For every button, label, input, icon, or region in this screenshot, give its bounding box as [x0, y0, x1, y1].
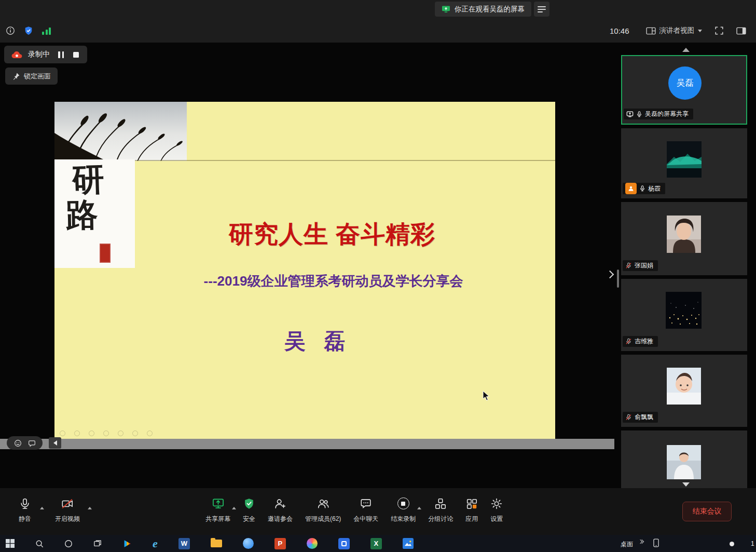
- phone-link-icon[interactable]: [653, 538, 659, 547]
- start-video-button[interactable]: 开启视频: [49, 488, 86, 523]
- screenshot-tool-icon[interactable]: [403, 538, 414, 549]
- watching-banner-pill: 你正在观看吴磊的屏幕: [435, 2, 531, 17]
- mic-on-icon: [639, 185, 645, 192]
- banner-menu-button[interactable]: [534, 2, 549, 17]
- mic-muted-icon: [625, 338, 632, 345]
- share-screen-button[interactable]: 共享屏幕: [205, 488, 230, 523]
- mute-button[interactable]: 静音: [11, 488, 38, 523]
- meeting-chat-button[interactable]: 会中聊天: [353, 488, 378, 523]
- participant-name: 杨霞: [648, 184, 661, 193]
- sidebar-collapse-chevron[interactable]: [606, 271, 614, 279]
- security-shield-icon: [243, 497, 255, 510]
- participant-name: 俞飘飘: [635, 413, 653, 422]
- windows-taskbar: e W P X: [0, 535, 756, 552]
- clock-time: 10:46: [610, 26, 629, 35]
- apps-grid-icon: [465, 497, 478, 510]
- slide-subtitle: ---2019级企业管理系考研动员及学长分享会: [112, 272, 555, 290]
- tray-status-icon[interactable]: [730, 542, 734, 546]
- presenter-name: 吴 磊: [80, 327, 555, 356]
- gear-icon: [490, 497, 503, 510]
- internet-explorer-icon[interactable]: e: [153, 538, 158, 549]
- security-button[interactable]: 安全: [243, 488, 255, 523]
- end-meeting-button[interactable]: 结束会议: [682, 502, 732, 521]
- excel-icon[interactable]: X: [370, 538, 382, 549]
- photo-app-icon[interactable]: [307, 538, 318, 549]
- chat-bubble-icon[interactable]: [28, 439, 36, 447]
- breakout-rooms-icon: [434, 497, 447, 510]
- protection-shield-icon[interactable]: [24, 26, 33, 35]
- participants-scroll-up-arrow[interactable]: [682, 48, 690, 52]
- participant-tile[interactable]: 俞飘飘: [621, 355, 747, 427]
- members-icon: [317, 497, 329, 510]
- task-view-icon[interactable]: [93, 540, 102, 548]
- stop-record-icon: [397, 497, 409, 509]
- pause-icon: [58, 51, 60, 58]
- video-options-caret[interactable]: [88, 507, 92, 509]
- participant-name-label: 杨霞: [623, 183, 665, 194]
- breakout-rooms-button[interactable]: 分组讨论: [428, 488, 453, 523]
- pause-recording-button[interactable]: [58, 51, 64, 58]
- stop-recording-square-button[interactable]: [73, 52, 79, 58]
- meeting-info-icon[interactable]: [6, 26, 15, 35]
- collapse-bar-button[interactable]: [49, 437, 61, 449]
- chevron-down-icon: [698, 30, 702, 32]
- participant-tile[interactable]: 张国娟: [621, 202, 747, 275]
- watching-text: 你正在观看吴磊的屏幕: [455, 5, 525, 14]
- lock-screen-button[interactable]: 锁定画面: [5, 68, 58, 85]
- participant-name: 吉维雅: [635, 337, 653, 346]
- recording-control-bar: 录制中: [4, 46, 87, 63]
- powerpoint-icon[interactable]: P: [274, 538, 286, 549]
- screen-share-indicator-icon: [442, 5, 450, 13]
- manage-members-button[interactable]: 管理成员(62): [305, 488, 341, 523]
- tencent-video-icon[interactable]: [122, 539, 132, 548]
- invite-person-icon: [274, 497, 286, 510]
- invite-button[interactable]: 邀请参会: [268, 488, 293, 523]
- view-mode-button[interactable]: 演讲者视图: [646, 26, 703, 35]
- settings-button[interactable]: 设置: [490, 488, 503, 523]
- tray-clipped-text: 1: [751, 540, 754, 547]
- presentation-slide: 研 路 研究人生 奋斗精彩 ---2019级企业管理系考研动员及学长分享会 吴 …: [54, 102, 555, 439]
- smiley-reaction-icon[interactable]: [14, 439, 22, 447]
- windows-start-button[interactable]: [6, 539, 15, 548]
- meeting-status-icons: [6, 25, 51, 36]
- network-signal-icon[interactable]: [42, 27, 51, 35]
- share-screen-icon: [212, 497, 225, 510]
- browser-icon[interactable]: [243, 538, 254, 549]
- mute-options-caret[interactable]: [40, 507, 44, 509]
- wheat-photo: [54, 102, 187, 161]
- fullscreen-button[interactable]: [714, 26, 724, 35]
- meeting-app-icon[interactable]: [338, 538, 350, 549]
- meeting-toolbar: 静音 开启视频 共享屏幕 安全 邀请参会: [0, 488, 756, 535]
- participant-video-thumbnail: [667, 141, 702, 178]
- lock-screen-label: 锁定画面: [24, 72, 51, 81]
- stop-recording-button[interactable]: 结束录制: [391, 488, 416, 523]
- mic-icon: [19, 497, 31, 510]
- avatar: 吴磊: [668, 66, 702, 100]
- chat-icon: [360, 497, 372, 510]
- participants-scroll-down-arrow[interactable]: [682, 482, 690, 487]
- file-explorer-icon[interactable]: [211, 540, 222, 547]
- cortana-icon[interactable]: [64, 540, 73, 548]
- share-options-caret[interactable]: [232, 507, 236, 509]
- participant-tile[interactable]: 杨霞: [621, 128, 747, 198]
- desktop-toolbar-label[interactable]: 桌面: [621, 540, 633, 549]
- participant-tile[interactable]: 吉维雅: [621, 279, 747, 351]
- participant-tile-partially-visible[interactable]: [621, 430, 747, 488]
- recording-label: 录制中: [28, 50, 50, 59]
- participant-tile-active-speaker[interactable]: 吴磊 吴磊的屏幕共享: [621, 55, 747, 125]
- slideshow-nav-controls: [60, 430, 153, 436]
- reaction-quick-bar: [7, 436, 43, 450]
- participant-name-label: 张国娟: [623, 260, 658, 271]
- side-panel-toggle[interactable]: [736, 27, 746, 35]
- apps-button[interactable]: 应用: [465, 488, 478, 523]
- recording-options-caret[interactable]: [417, 507, 421, 509]
- cloud-recording-icon: [11, 50, 23, 59]
- calligraphy-char-2: 路: [65, 198, 98, 231]
- view-controls: 10:46 演讲者视图: [610, 25, 746, 36]
- word-icon[interactable]: W: [178, 538, 190, 549]
- content-scrollbar[interactable]: [617, 270, 619, 288]
- toolbar-expand-chevron[interactable]: [640, 540, 643, 543]
- taskbar-search-icon[interactable]: [35, 540, 44, 548]
- participant-name: 吴磊的屏幕共享: [645, 110, 689, 118]
- camera-off-icon: [61, 497, 74, 510]
